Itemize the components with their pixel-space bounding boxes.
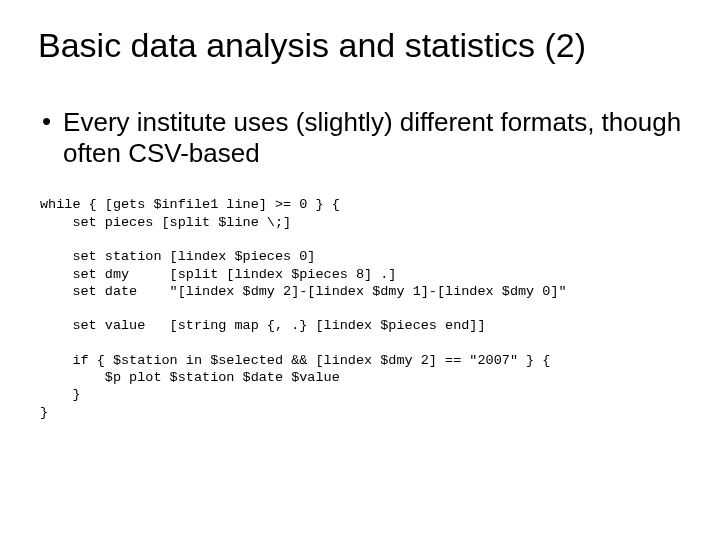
bullet-text: Every institute uses (slightly) differen… (63, 107, 682, 168)
slide: Basic data analysis and statistics (2) •… (0, 0, 720, 540)
code-block: while { [gets $infile1 line] >= 0 } { se… (40, 196, 682, 420)
bullet-marker: • (42, 107, 51, 137)
slide-title: Basic data analysis and statistics (2) (38, 26, 682, 65)
bullet-item: • Every institute uses (slightly) differ… (38, 107, 682, 168)
